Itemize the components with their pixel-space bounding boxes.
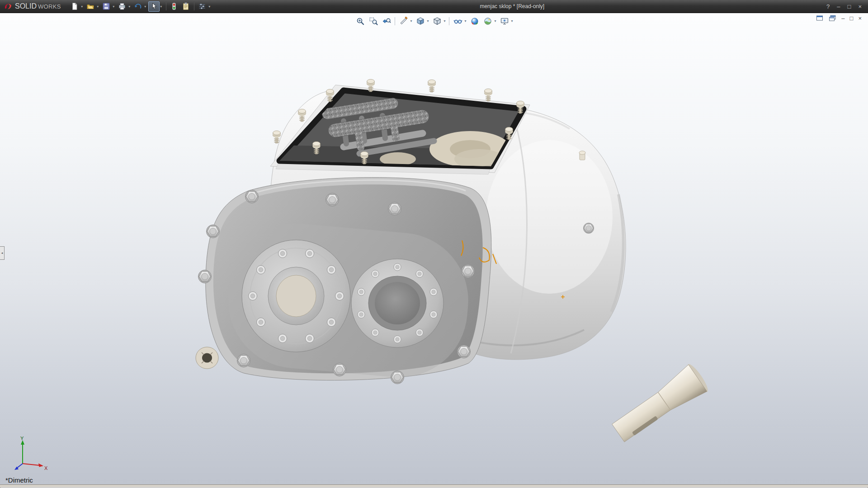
- open-document-button[interactable]: [85, 1, 96, 12]
- undo-dropdown[interactable]: ▾: [143, 5, 147, 9]
- new-document-icon: [71, 2, 79, 10]
- display-style-dropdown[interactable]: ▾: [443, 19, 447, 23]
- document-window-controls: – □ ×: [816, 15, 862, 21]
- window-controls: ? – □ ×: [826, 4, 864, 9]
- model-top-cover[interactable]: [270, 85, 530, 174]
- zoom-to-area-button[interactable]: [367, 15, 379, 27]
- select-button[interactable]: [148, 1, 160, 12]
- toolbar-separator: [395, 17, 395, 25]
- undo-icon: [134, 2, 142, 10]
- view-settings-icon: [500, 17, 509, 26]
- open-document-dropdown[interactable]: ▾: [96, 5, 100, 9]
- save-button[interactable]: [101, 1, 112, 12]
- hide-show-items-button[interactable]: [452, 15, 464, 27]
- triad-x-label: X: [44, 465, 48, 471]
- toolbar-separator: [449, 17, 449, 25]
- previous-view-button[interactable]: [380, 15, 392, 27]
- select-dropdown[interactable]: ▾: [159, 5, 163, 9]
- status-bar: [0, 484, 868, 488]
- open-folder-icon: [86, 2, 94, 10]
- print-dropdown[interactable]: ▾: [127, 5, 132, 9]
- graphics-viewport[interactable]: ▾ ▾ ▾: [0, 13, 868, 484]
- save-icon: [102, 2, 110, 10]
- hide-show-glasses-icon: [453, 17, 462, 26]
- display-style-button[interactable]: [431, 15, 443, 27]
- view-orientation-button[interactable]: [414, 15, 426, 27]
- doc-close-button[interactable]: ×: [858, 15, 862, 21]
- edit-appearance-ball-icon: [470, 17, 479, 26]
- apply-scene-icon: [483, 17, 492, 26]
- close-button[interactable]: ×: [858, 4, 862, 9]
- options-sliders-icon: [198, 2, 206, 10]
- triad-y-label: Y: [20, 436, 24, 441]
- display-style-cube-icon: [433, 17, 442, 26]
- print-button[interactable]: [117, 1, 128, 12]
- new-window-icon[interactable]: [816, 15, 824, 21]
- options-dropdown[interactable]: ▾: [208, 5, 212, 9]
- save-dropdown[interactable]: ▾: [112, 5, 116, 9]
- rebuild-button[interactable]: [169, 1, 180, 12]
- solidworks-logo: SOLIDWORKS: [4, 2, 61, 10]
- orientation-triad: Y X: [7, 436, 51, 474]
- doc-restore-button[interactable]: □: [850, 15, 854, 21]
- model-left-flange[interactable]: [242, 240, 350, 352]
- cascade-windows-icon[interactable]: [829, 15, 836, 21]
- rebuild-traffic-light-icon: [170, 2, 178, 10]
- clipboard-icon: [182, 2, 190, 10]
- help-button[interactable]: ?: [826, 4, 830, 9]
- options-button[interactable]: [197, 1, 208, 12]
- title-bar: SOLIDWORKS ▾ ▾: [0, 0, 868, 13]
- brand-solid: SOLID: [15, 2, 37, 10]
- select-cursor-icon: [150, 2, 158, 10]
- print-icon: [118, 2, 126, 10]
- file-properties-button[interactable]: [180, 1, 192, 12]
- maximize-button[interactable]: □: [848, 4, 851, 9]
- minimize-button[interactable]: –: [837, 4, 840, 9]
- solidworks-window: SOLIDWORKS ▾ ▾: [0, 0, 868, 488]
- section-view-dropdown[interactable]: ▾: [409, 19, 413, 23]
- view-settings-button[interactable]: [498, 15, 510, 27]
- doc-minimize-button[interactable]: –: [841, 15, 844, 21]
- feature-panel-collapse-tab[interactable]: ◄: [0, 246, 5, 260]
- hide-show-items-dropdown[interactable]: ▾: [463, 19, 467, 23]
- zoom-to-area-icon: [369, 17, 378, 26]
- section-view-button[interactable]: [397, 15, 410, 27]
- edit-appearance-button[interactable]: [468, 15, 481, 27]
- zoom-to-fit-button[interactable]: [354, 15, 366, 27]
- headsup-view-toolbar: ▾ ▾ ▾: [354, 15, 514, 27]
- new-document-button[interactable]: [69, 1, 80, 12]
- main-toolbar: ▾ ▾ ▾: [69, 1, 212, 12]
- view-orientation-dropdown[interactable]: ▾: [426, 19, 430, 23]
- view-orientation-label: *Dimetric: [5, 476, 33, 484]
- view-orientation-cube-icon: [416, 17, 425, 26]
- section-view-icon: [399, 17, 408, 26]
- apply-scene-button[interactable]: [481, 15, 494, 27]
- gearbox-model[interactable]: [0, 13, 868, 484]
- toolbar-separator: [166, 2, 166, 10]
- document-title: menjac sklop * [Read-only]: [480, 3, 544, 9]
- model-right-flange[interactable]: [351, 259, 443, 347]
- undo-button[interactable]: [132, 1, 144, 12]
- previous-view-icon: [382, 17, 391, 26]
- apply-scene-dropdown[interactable]: ▾: [493, 19, 497, 23]
- view-settings-dropdown[interactable]: ▾: [510, 19, 514, 23]
- toolbar-separator: [194, 2, 194, 10]
- zoom-to-fit-icon: [356, 17, 365, 26]
- new-document-dropdown[interactable]: ▾: [80, 5, 84, 9]
- brand-works: WORKS: [38, 3, 61, 10]
- ds-logo-icon: [4, 2, 14, 10]
